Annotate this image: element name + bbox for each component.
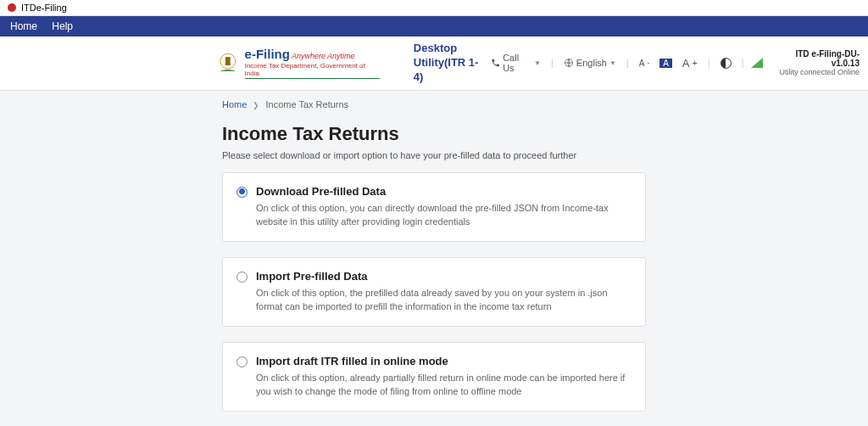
radio-download[interactable]	[236, 187, 248, 198]
breadcrumb: Home ❯ Income Tax Returns	[222, 99, 646, 109]
option-title: Import Pre-filled Data	[256, 270, 632, 283]
page-title: Income Tax Returns	[222, 123, 646, 145]
page-subtitle: Please select download or import option …	[222, 150, 646, 160]
window-titlebar: ITDe-Filing	[0, 0, 868, 16]
font-default[interactable]: A	[659, 59, 672, 68]
logo-area: e-FilingAnywhere Anytime Income Tax Depa…	[216, 47, 380, 79]
logo-main: e-Filing	[245, 47, 290, 61]
phone-icon	[491, 58, 500, 68]
logo-subtitle: Income Tax Department, Government of Ind…	[245, 62, 380, 77]
option-desc: On click of this option, already partial…	[256, 371, 632, 399]
option-import-draft[interactable]: Import draft ITR filled in online mode O…	[222, 342, 646, 412]
version-label: ITD e-Filing-DU-v1.0.13	[771, 49, 860, 68]
app-header: e-FilingAnywhere Anytime Income Tax Depa…	[0, 36, 868, 91]
connection-label: Utility connected Online	[771, 68, 860, 76]
caret-down-icon: ▼	[534, 59, 541, 67]
option-title: Import draft ITR filled in online mode	[256, 355, 632, 367]
globe-icon	[564, 58, 574, 68]
breadcrumb-current: Income Tax Returns	[265, 99, 348, 109]
option-desc: On click of this option, the prefilled d…	[256, 286, 632, 314]
contrast-toggle[interactable]	[717, 58, 735, 69]
signal-icon	[751, 58, 763, 68]
app-name: ITDe-Filing	[21, 3, 67, 13]
menu-home[interactable]: Home	[10, 20, 37, 32]
app-title: Desktop Utility(ITR 1-4)	[414, 42, 487, 85]
radio-import-draft[interactable]	[236, 356, 248, 367]
option-title: Download Pre-filled Data	[256, 185, 632, 198]
logo-tagline: Anywhere Anytime	[292, 52, 355, 60]
call-us-dropdown[interactable]: Call Us ▼	[487, 53, 544, 73]
caret-down-icon: ▼	[609, 59, 616, 67]
breadcrumb-home[interactable]: Home	[222, 99, 247, 109]
svg-rect-2	[225, 57, 231, 65]
menu-help[interactable]: Help	[52, 20, 73, 32]
option-import-prefilled[interactable]: Import Pre-filled Data On click of this …	[222, 257, 646, 327]
app-icon	[7, 3, 17, 13]
font-decrease[interactable]: A-	[636, 59, 653, 68]
option-desc: On click of this option, you can directl…	[256, 201, 632, 229]
svg-point-0	[8, 3, 16, 12]
emblem-icon	[216, 51, 240, 75]
contrast-icon	[721, 58, 732, 69]
radio-import-prefilled[interactable]	[236, 272, 248, 283]
menubar: Home Help	[0, 16, 868, 36]
connection-status: ITD e-Filing-DU-v1.0.13 Utility connecte…	[751, 49, 860, 76]
option-download[interactable]: Download Pre-filled Data On click of thi…	[222, 172, 646, 242]
chevron-right-icon: ❯	[253, 101, 259, 109]
language-dropdown[interactable]: English ▼	[560, 58, 620, 68]
font-increase[interactable]: A+	[679, 57, 701, 70]
